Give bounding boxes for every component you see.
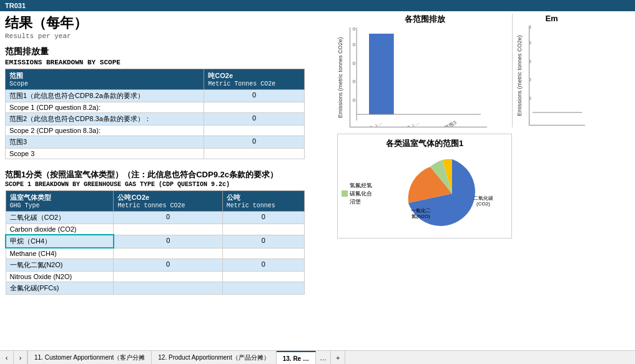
co2-label-cn: 二氧化碳（CO2） — [6, 212, 114, 224]
svg-text:范围1（…: 范围1（… — [360, 120, 383, 127]
svg-text:0: 0 — [353, 27, 356, 32]
ch4-value1: 0 — [114, 235, 222, 248]
svg-text:0: 0 — [529, 40, 531, 46]
co2-label-en: Carbon dioxide (CO2) — [6, 224, 114, 235]
scope2-value: 0 — [204, 113, 305, 125]
ghg-section-title-cn: 范围1分类（按照温室气体类型）（注：此信息也符合CDP9.2c条款的要求） — [5, 169, 330, 180]
emissions-section-title-cn: 范围排放量 — [5, 46, 330, 57]
pie-chart-title: 各类温室气体的范围1 — [342, 138, 508, 149]
table-row: 一氧化二氮(N2O) 0 0 — [6, 259, 305, 272]
table-row: Scope 3 — [6, 149, 305, 159]
scope1-label-cn: 范围1（此信息也符合CDP8.2a条款的要求） — [6, 90, 204, 102]
bar-chart-2-title: Em — [516, 14, 587, 23]
tab-results[interactable]: 13. Re … — [277, 351, 316, 364]
svg-text:氮(N2O): 氮(N2O) — [411, 214, 430, 219]
bar-chart-1-container: 各范围排放 Emissions (metric tonnes CO2e) 0 0… — [337, 14, 512, 127]
table-row: Methane (CH4) — [6, 248, 305, 259]
top-bar-label: TR031 — [5, 2, 26, 9]
pie-chart-container: 各类温室气体的范围1 氢氟烃氢碳氟化合沼堡 — [337, 134, 512, 239]
table-row: Scope 2 (CDP question 8.3a): — [6, 125, 305, 136]
n2o-label-en: Nitrous Oxide (N2O) — [6, 272, 114, 282]
bottom-nav[interactable]: ‹ › 11. Customer Apportionment（客户分摊 12. … — [0, 350, 635, 364]
svg-text:0: 0 — [353, 79, 356, 84]
co2-value2: 0 — [222, 212, 304, 224]
svg-text:范围3: 范围3 — [443, 119, 458, 127]
tab-overflow-button[interactable]: … — [316, 351, 331, 364]
bar-chart-2-svg: 0 0 0 0 0 — [529, 26, 585, 125]
bar-chart-2-container: Em Emissions (metric tonnes CO2e) 0 0 0 … — [512, 14, 587, 127]
scope1-value-en — [204, 102, 305, 113]
table-row: 范围1（此信息也符合CDP8.2a条款的要求） 0 — [6, 90, 305, 102]
table-row: 二氧化碳（CO2） 0 0 — [6, 212, 305, 224]
svg-text:0: 0 — [353, 61, 356, 66]
svg-text:(CO2): (CO2) — [476, 201, 490, 207]
table-row: 范围2（此信息也符合CDP8.3a条款的要求）： 0 — [6, 113, 305, 125]
ghg-col3-header: 公吨 Metric tonnes — [222, 191, 304, 212]
ch4-label-cn: 甲烷（CH4） — [6, 235, 114, 248]
svg-text:0: 0 — [529, 77, 531, 82]
svg-text:二氧化碳: 二氧化碳 — [473, 195, 493, 201]
pfc-value1 — [114, 282, 222, 295]
co2-en-value2 — [222, 224, 304, 235]
table-row: 甲烷（CH4） 0 0 — [6, 235, 305, 248]
svg-rect-6 — [369, 34, 394, 114]
ch4-en-value2 — [222, 248, 304, 259]
n2o-value1: 0 — [114, 259, 222, 272]
table-row: 全氟化碳(PFCs) — [6, 282, 305, 295]
nav-prev-button[interactable]: ‹ — [0, 351, 14, 364]
table-row: 范围3 0 — [6, 136, 305, 149]
scope2-label-en: Scope 2 (CDP question 8.3a): — [6, 125, 204, 136]
svg-text:范围2（…: 范围2（… — [398, 120, 420, 127]
main-content: 结果（每年） Results per year 范围排放量 EMISSIONS … — [0, 11, 635, 301]
charts-top-row: 各范围排放 Emissions (metric tonnes CO2e) 0 0… — [337, 14, 630, 127]
n2o-en-value2 — [222, 272, 304, 282]
svg-text:0: 0 — [529, 26, 531, 30]
bar-chart-1-ylabel: Emissions (metric tonnes CO2e) — [337, 27, 350, 127]
left-panel: 结果（每年） Results per year 范围排放量 EMISSIONS … — [5, 14, 330, 298]
svg-text:0: 0 — [353, 97, 356, 103]
scope-table: 范围 Scope 吨CO2e Metric Tonnes CO2e 范围1（此信… — [5, 69, 305, 159]
bar-chart-2-ylabel: Emissions (metric tonnes CO2e) — [516, 26, 529, 125]
svg-text:0: 0 — [529, 96, 531, 101]
tab-product-apportionment[interactable]: 12. Product Apportionment（产品分摊） — [152, 351, 276, 364]
n2o-value2: 0 — [222, 259, 304, 272]
scope3-value-en — [204, 149, 305, 159]
nav-next-button[interactable]: › — [14, 351, 27, 364]
tab-list: 11. Customer Apportionment（客户分摊 12. Prod… — [28, 351, 345, 364]
page-title-cn: 结果（每年） — [5, 14, 330, 32]
pie-legend: 氢氟烃氢碳氟化合沼堡 — [342, 182, 391, 206]
scope3-label-cn: 范围3 — [6, 136, 204, 149]
ghg-table: 温室气体类型 GHG Type 公吨CO2e Metric tonnes CO2… — [5, 190, 305, 295]
svg-text:0: 0 — [353, 42, 356, 47]
ch4-label-en: Methane (CH4) — [6, 248, 114, 259]
scope1-value: 0 — [204, 90, 305, 102]
table-row: Carbon dioxide (CO2) — [6, 224, 305, 235]
table-row: Scope 1 (CDP question 8.2a): — [6, 102, 305, 113]
ch4-value2: 0 — [222, 235, 304, 248]
tab-customer-apportionment[interactable]: 11. Customer Apportionment（客户分摊 — [28, 351, 152, 364]
scope3-value: 0 — [204, 136, 305, 149]
page-title-en: Results per year — [5, 32, 330, 40]
scope3-label-en: Scope 3 — [6, 149, 204, 159]
scope1-label-en: Scope 1 (CDP question 8.2a): — [6, 102, 204, 113]
scope-col1-header: 范围 Scope — [6, 69, 204, 90]
right-panel: 各范围排放 Emissions (metric tonnes CO2e) 0 0… — [330, 14, 630, 298]
co2-en-value1 — [114, 224, 222, 235]
ghg-col1-header: 温室气体类型 GHG Type — [6, 191, 114, 212]
emissions-section-title-en: EMISSIONS BREAKDOWN BY SCOPE — [5, 59, 330, 66]
legend-hfcs: 氢氟烃氢碳氟化合沼堡 — [350, 182, 372, 206]
ch4-en-value1 — [114, 248, 222, 259]
top-bar: TR031 — [0, 0, 635, 11]
scope2-value-en — [204, 125, 305, 136]
n2o-label-cn: 一氧化二氮(N2O) — [6, 259, 114, 272]
pfc-value2 — [222, 282, 304, 295]
svg-text:0: 0 — [529, 59, 531, 64]
scope2-label-cn: 范围2（此信息也符合CDP8.3a条款的要求）： — [6, 113, 204, 125]
table-row: Nitrous Oxide (N2O) — [6, 272, 305, 282]
ghg-section-title-en: SCOPE 1 BREAKDOWN BY GREENHOUSE GAS TYPE… — [5, 181, 330, 188]
ghg-col2-header: 公吨CO2e Metric tonnes CO2e — [114, 191, 222, 212]
tab-add-button[interactable]: + — [331, 351, 345, 364]
pie-chart-svg: 一氧化二 氮(N2O) 二氧化碳 (CO2) — [396, 153, 508, 234]
scope-col2-header: 吨CO2e Metric Tonnes CO2e — [204, 69, 305, 90]
n2o-en-value1 — [114, 272, 222, 282]
